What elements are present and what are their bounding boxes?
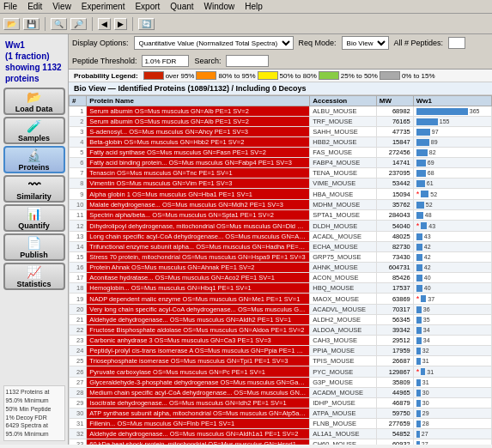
- cell-accession[interactable]: TENA_MOUSE: [310, 168, 377, 179]
- table-row[interactable]: 21 Aldehyde dehydrogenase... OS=Mus musc…: [70, 315, 492, 325]
- table-row[interactable]: 2 Serum albumin OS=Mus musculus GN=Alb P…: [70, 117, 492, 127]
- table-row[interactable]: 16 Protein Ahnak OS=Mus musculus GN=Ahna…: [70, 263, 492, 273]
- cell-protein-name[interactable]: Glyceraldehyde-3-phosphate dehydrogenase…: [87, 378, 310, 388]
- cell-protein-name[interactable]: Fructose Bisphosphate aldolase OS=Mus mu…: [87, 325, 310, 336]
- cell-accession[interactable]: CH60_MOUSE: [310, 439, 377, 445]
- sidebar-btn-similarity[interactable]: 〰 Similarity: [3, 175, 65, 203]
- menu-item-quant[interactable]: Quant: [170, 2, 193, 11]
- table-row[interactable]: 4 Beta-globin OS=Mus musculus GN=Hbb2 PE…: [70, 137, 492, 148]
- col-header-accession[interactable]: Accession: [310, 96, 377, 106]
- cell-protein-name[interactable]: Trifunctional enzyme subunit alpha... OS…: [87, 242, 310, 252]
- cell-protein-name[interactable]: Beta-globin OS=Mus musculus GN=Hbb2 PE=1…: [87, 137, 310, 148]
- table-row[interactable]: 17 Aconitase hydratase... OS=Mus musculu…: [70, 273, 492, 283]
- table-row[interactable]: 24 Peptidyl-prolyl cis-trans isomerase A…: [70, 346, 492, 356]
- sidebar-btn-publish[interactable]: 📄 Publish: [3, 233, 65, 261]
- col-header-name[interactable]: Protein Name: [87, 96, 310, 106]
- cell-protein-name[interactable]: Aldehyde dehydrogenase... OS=Mus musculu…: [87, 315, 310, 325]
- toolbar-btn-back[interactable]: ◀: [98, 18, 111, 30]
- table-row[interactable]: 19 NADP dependent malic enzyme OS=Mus mu…: [70, 294, 492, 305]
- cell-protein-name[interactable]: Triosephosphate isomerase OS=Mus musculu…: [87, 356, 310, 366]
- req-mode-select[interactable]: Bio View: [342, 36, 389, 50]
- cell-protein-name[interactable]: Fillenin... OS=Mus musculus GN=Flnb PE=1…: [87, 419, 310, 429]
- cell-protein-name[interactable]: Tenascin OS=Mus musculus GN=Tnc PE=1 SV=…: [87, 168, 310, 179]
- cell-protein-name[interactable]: Isocitrate dehydrogenase... OS=Mus muscu…: [87, 398, 310, 409]
- menu-item-edit[interactable]: Edit: [27, 2, 42, 11]
- cell-protein-name[interactable]: Fatty acid synthase OS=Mus musculus GN=F…: [87, 148, 310, 158]
- toolbar-btn-forward[interactable]: ▶: [114, 18, 127, 30]
- cell-protein-name[interactable]: Carbonic anhydrase 3 OS=Mus musculus GN=…: [87, 336, 310, 346]
- table-row[interactable]: 13 Long chain specific acyl-CoA dehydrog…: [70, 232, 492, 242]
- menu-item-view[interactable]: View: [52, 2, 71, 11]
- table-row[interactable]: 22 Fructose Bisphosphate aldolase OS=Mus…: [70, 325, 492, 336]
- cell-protein-name[interactable]: Dihydrolipoyl dehydrogenase, mitochondri…: [87, 221, 310, 232]
- proteins-table-container[interactable]: # Protein Name Accession MW Ww1 1 Serum …: [69, 95, 492, 445]
- cell-protein-name[interactable]: Long chain specific acyl-CoA dehydrogena…: [87, 232, 310, 242]
- sidebar-btn-load-data[interactable]: 📂 Load Data: [3, 88, 65, 115]
- cell-protein-name[interactable]: Hemoglobin... OS=Mus musculus GN=Hbq1 PE…: [87, 283, 310, 294]
- table-row[interactable]: 28 Medium chain specific acyl-CoA dehydr…: [70, 388, 492, 398]
- cell-accession[interactable]: AL1A1_MOUSE: [310, 429, 377, 439]
- col-header-mw[interactable]: MW: [376, 96, 413, 106]
- table-row[interactable]: 30 ATP synthase subunit alpha, mitochond…: [70, 409, 492, 419]
- cell-protein-name[interactable]: Pyruvate carboxylase OS=Mus musculus GN=…: [87, 366, 310, 378]
- table-row[interactable]: 20 Very long chain specific acyl-CoA deh…: [70, 305, 492, 315]
- cell-protein-name[interactable]: NADP dependent malic enzyme OS=Mus muscu…: [87, 294, 310, 305]
- cell-protein-name[interactable]: S-adenosyl... OS=Mus musculus GN=Ahcy PE…: [87, 127, 310, 137]
- cell-accession[interactable]: ALDOA_MOUSE: [310, 325, 377, 336]
- cell-accession[interactable]: SAHH_MOUSE: [310, 127, 377, 137]
- table-row[interactable]: 12 Dihydrolipoyl dehydrogenase, mitochon…: [70, 221, 492, 232]
- cell-accession[interactable]: AHNK_MOUSE: [310, 263, 377, 273]
- cell-protein-name[interactable]: Stress 70 protein, mitochondrial OS=Mus …: [87, 252, 310, 263]
- cell-accession[interactable]: HBB2_MOUSE: [310, 137, 377, 148]
- cell-protein-name[interactable]: Very long chain specific acyl-CoA dehydr…: [87, 305, 310, 315]
- table-row[interactable]: 8 Vimentin OS=Mus musculus GN=Vim PE=1 S…: [70, 179, 492, 189]
- table-row[interactable]: 26 Pyruvate carboxylase OS=Mus musculus …: [70, 366, 492, 378]
- table-row[interactable]: 3 S-adenosyl... OS=Mus musculus GN=Ahcy …: [70, 127, 492, 137]
- cell-accession[interactable]: SPTA1_MOUSE: [310, 210, 377, 221]
- sidebar-btn-statistics[interactable]: 📈 Statistics: [3, 263, 65, 290]
- cell-accession[interactable]: PPIA_MOUSE: [310, 346, 377, 356]
- cell-accession[interactable]: ACADM_MOUSE: [310, 388, 377, 398]
- peptide-threshold-input[interactable]: [142, 55, 189, 67]
- cell-accession[interactable]: ACON_MOUSE: [310, 273, 377, 283]
- cell-accession[interactable]: FAS_MOUSE: [310, 148, 377, 158]
- table-row[interactable]: 5 Fatty acid synthase OS=Mus musculus GN…: [70, 148, 492, 158]
- cell-accession[interactable]: ECHA_MOUSE: [310, 242, 377, 252]
- menu-item-export[interactable]: Export: [135, 2, 160, 11]
- cell-accession[interactable]: MDHM_MOUSE: [310, 200, 377, 210]
- cell-accession[interactable]: ACADVL_MOUSE: [310, 305, 377, 315]
- table-row[interactable]: 11 Spectrin alpha/beta... OS=Mus musculu…: [70, 210, 492, 221]
- cell-protein-name[interactable]: Fatty acid binding protein... OS=Mus mus…: [87, 158, 310, 168]
- cell-accession[interactable]: MAOX_MOUSE: [310, 294, 377, 305]
- menu-item-window[interactable]: Window: [204, 2, 235, 11]
- menu-item-file[interactable]: File: [3, 2, 17, 11]
- table-row[interactable]: 18 Hemoglobin... OS=Mus musculus GN=Hbq1…: [70, 283, 492, 294]
- table-row[interactable]: 29 Isocitrate dehydrogenase... OS=Mus mu…: [70, 398, 492, 409]
- cell-protein-name[interactable]: Serum albumin OS=Mus musculus GN=Alb PE=…: [87, 106, 310, 117]
- toolbar-btn-open[interactable]: 📂: [3, 18, 20, 30]
- cell-accession[interactable]: ACADL_MOUSE: [310, 232, 377, 242]
- sidebar-btn-samples[interactable]: 🧪 Samples: [3, 117, 65, 144]
- cell-accession[interactable]: TRF_MOUSE: [310, 117, 377, 127]
- table-row[interactable]: 10 Malate dehydrogenase... OS=Mus muscul…: [70, 200, 492, 210]
- filter-input[interactable]: [448, 37, 465, 49]
- col-header-num[interactable]: #: [70, 96, 87, 106]
- cell-protein-name[interactable]: Medium chain specific acyl-CoA dehydroge…: [87, 388, 310, 398]
- menu-item-help[interactable]: Help: [245, 2, 263, 11]
- table-row[interactable]: 6 Fatty acid binding protein... OS=Mus m…: [70, 158, 492, 168]
- table-row[interactable]: 9 Alpha globin 1 OS=Mus musculus GN=Hba1…: [70, 189, 492, 200]
- menu-item-experiment[interactable]: Experiment: [82, 2, 125, 11]
- cell-protein-name[interactable]: Protein Ahnak OS=Mus musculus GN=Ahnak P…: [87, 263, 310, 273]
- quantitative-select[interactable]: Quantitative Value (Normalized Total Spe…: [134, 36, 294, 50]
- table-row[interactable]: 1 Serum albumin OS=Mus musculus GN=Alb P…: [70, 106, 492, 117]
- toolbar-btn-zoom-out[interactable]: 🔎: [70, 18, 87, 30]
- cell-accession[interactable]: IDHP_MOUSE: [310, 398, 377, 409]
- cell-protein-name[interactable]: 60 kDa heat shock protein, mitochondrial…: [87, 439, 310, 445]
- cell-protein-name[interactable]: Alpha globin 1 OS=Mus musculus GN=Hba1 P…: [87, 189, 310, 200]
- toolbar-btn-save[interactable]: 💾: [23, 18, 39, 30]
- search-input[interactable]: [226, 55, 269, 67]
- cell-accession[interactable]: GRP75_MOUSE: [310, 252, 377, 263]
- table-row[interactable]: 32 Aldehyde dehydrogenase... OS=Mus musc…: [70, 429, 492, 439]
- table-row[interactable]: 14 Trifunctional enzyme subunit alpha...…: [70, 242, 492, 252]
- cell-accession[interactable]: HBA_MOUSE: [310, 189, 377, 200]
